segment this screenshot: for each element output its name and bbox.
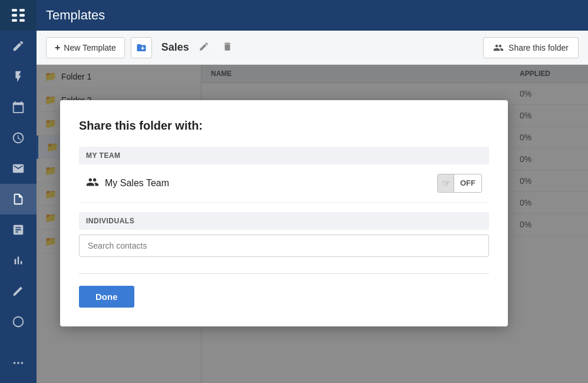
page-title: Templates	[46, 8, 105, 23]
svg-rect-5	[19, 19, 25, 22]
share-folder-button[interactable]: Share this folder	[483, 37, 579, 58]
content-area: 📁 Folder 1 📁 Folder 2 📁 Folder 3 📁 Sales…	[37, 65, 588, 383]
share-icon	[493, 42, 504, 53]
svg-rect-0	[12, 9, 17, 11]
sidebar-item-email[interactable]	[0, 153, 37, 184]
svg-rect-4	[12, 19, 17, 22]
team-toggle[interactable]: ☞ OFF	[437, 174, 482, 193]
modal-overlay: Share this folder with: MY TEAM My Sales…	[37, 65, 588, 383]
grid-icon	[11, 8, 26, 23]
plus-icon: +	[55, 42, 60, 53]
pen-icon	[12, 285, 25, 298]
new-template-label: New Template	[64, 43, 115, 52]
svg-point-9	[21, 362, 24, 364]
sidebar-item-documents[interactable]	[0, 184, 37, 214]
lightning-icon	[12, 70, 25, 83]
svg-rect-2	[12, 14, 17, 16]
sidebar-item-calendar[interactable]	[0, 92, 37, 123]
individuals-section: INDIVIDUALS	[79, 212, 489, 257]
sidebar-logo	[0, 0, 37, 31]
people-icon	[86, 176, 99, 189]
toolbar: + New Template Sales Share this folder	[37, 31, 588, 65]
done-button[interactable]: Done	[79, 286, 134, 308]
individuals-section-label: INDIVIDUALS	[79, 212, 489, 230]
docs-icon	[12, 193, 25, 206]
clock-icon	[12, 131, 25, 144]
chart-icon	[12, 254, 25, 267]
share-modal: Share this folder with: MY TEAM My Sales…	[60, 100, 508, 326]
circle-icon	[12, 315, 25, 328]
edit-folder-icon	[199, 41, 209, 52]
search-contacts-input[interactable]	[79, 235, 489, 257]
svg-point-8	[17, 362, 19, 364]
email-icon	[12, 162, 25, 175]
team-icon	[86, 176, 99, 192]
toggle-handle: ☞	[438, 174, 454, 192]
add-folder-icon	[136, 42, 147, 53]
add-folder-button[interactable]	[131, 37, 152, 58]
sidebar-item-edit[interactable]	[0, 31, 37, 61]
svg-rect-1	[19, 9, 25, 11]
sidebar-item-more[interactable]	[0, 348, 37, 378]
more-icon	[12, 356, 25, 369]
calendar-icon	[12, 101, 25, 114]
edit-icon	[12, 39, 25, 52]
sidebar-item-settings[interactable]	[0, 306, 37, 337]
sidebar	[0, 0, 37, 383]
cursor-icon: ☞	[442, 178, 450, 189]
svg-rect-3	[19, 14, 25, 16]
pages-icon	[12, 223, 25, 236]
toggle-label: OFF	[454, 174, 481, 192]
svg-point-7	[14, 362, 16, 364]
svg-point-6	[14, 317, 24, 327]
share-label: Share this folder	[508, 43, 569, 52]
sidebar-item-pages[interactable]	[0, 214, 37, 245]
main-area: Templates + New Template Sales Share thi…	[37, 0, 588, 383]
sidebar-item-signature[interactable]	[0, 276, 37, 306]
team-name: My Sales Team	[105, 178, 431, 189]
sidebar-item-reports[interactable]	[0, 245, 37, 276]
delete-folder-button[interactable]	[219, 39, 236, 57]
team-row: My Sales Team ☞ OFF	[79, 164, 489, 203]
topbar: Templates	[37, 0, 588, 31]
modal-title: Share this folder with:	[79, 119, 489, 133]
sidebar-item-activity[interactable]	[0, 61, 37, 92]
modal-divider	[79, 273, 489, 274]
edit-folder-button[interactable]	[195, 39, 213, 57]
sidebar-item-history[interactable]	[0, 123, 37, 153]
trash-icon	[222, 41, 233, 52]
new-template-button[interactable]: + New Template	[46, 37, 125, 58]
folder-name: Sales	[161, 41, 189, 54]
my-team-section-label: MY TEAM	[79, 147, 489, 164]
